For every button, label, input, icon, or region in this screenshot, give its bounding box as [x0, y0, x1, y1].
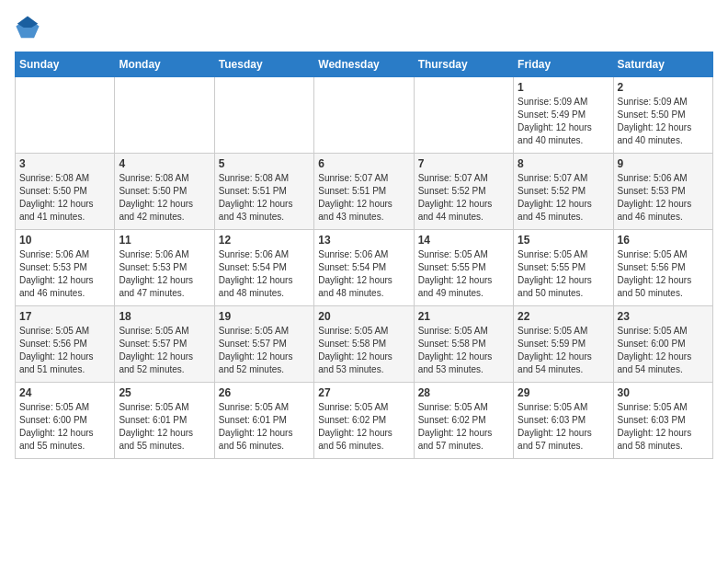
day-header-saturday: Saturday — [613, 52, 712, 77]
day-info: Sunrise: 5:05 AM Sunset: 5:57 PM Dayligh… — [219, 325, 310, 376]
day-number: 23 — [618, 310, 709, 323]
day-number: 7 — [418, 157, 509, 170]
day-header-thursday: Thursday — [414, 52, 513, 77]
day-info: Sunrise: 5:05 AM Sunset: 6:02 PM Dayligh… — [318, 401, 409, 453]
day-header-wednesday: Wednesday — [314, 52, 414, 77]
day-number: 12 — [219, 234, 310, 247]
day-info: Sunrise: 5:09 AM Sunset: 5:50 PM Dayligh… — [618, 96, 709, 147]
day-cell: 12Sunrise: 5:06 AM Sunset: 5:54 PM Dayli… — [214, 230, 313, 306]
header-row: SundayMondayTuesdayWednesdayThursdayFrid… — [16, 52, 713, 77]
day-cell: 10Sunrise: 5:06 AM Sunset: 5:53 PM Dayli… — [16, 230, 115, 306]
day-info: Sunrise: 5:05 AM Sunset: 5:59 PM Dayligh… — [518, 325, 609, 376]
day-info: Sunrise: 5:07 AM Sunset: 5:52 PM Dayligh… — [418, 172, 509, 224]
day-number: 20 — [318, 310, 409, 323]
logo-icon — [15, 15, 40, 40]
day-cell — [214, 77, 313, 154]
day-info: Sunrise: 5:07 AM Sunset: 5:51 PM Dayligh… — [318, 172, 409, 224]
day-cell: 9Sunrise: 5:06 AM Sunset: 5:53 PM Daylig… — [613, 154, 712, 230]
logo — [15, 15, 44, 40]
day-cell: 20Sunrise: 5:05 AM Sunset: 5:58 PM Dayli… — [314, 306, 414, 383]
day-number: 30 — [618, 386, 709, 399]
day-info: Sunrise: 5:05 AM Sunset: 6:03 PM Dayligh… — [518, 401, 609, 453]
day-cell: 11Sunrise: 5:06 AM Sunset: 5:53 PM Dayli… — [115, 230, 214, 306]
day-cell: 13Sunrise: 5:06 AM Sunset: 5:54 PM Dayli… — [314, 230, 414, 306]
day-cell: 6Sunrise: 5:07 AM Sunset: 5:51 PM Daylig… — [314, 154, 414, 230]
week-row-5: 24Sunrise: 5:05 AM Sunset: 6:00 PM Dayli… — [16, 383, 713, 459]
day-number: 24 — [19, 386, 110, 399]
day-cell: 22Sunrise: 5:05 AM Sunset: 5:59 PM Dayli… — [514, 306, 613, 383]
day-cell: 1Sunrise: 5:09 AM Sunset: 5:49 PM Daylig… — [514, 77, 613, 154]
day-number: 4 — [119, 157, 210, 170]
day-cell — [16, 77, 115, 154]
day-info: Sunrise: 5:05 AM Sunset: 6:00 PM Dayligh… — [618, 325, 709, 376]
day-info: Sunrise: 5:08 AM Sunset: 5:51 PM Dayligh… — [219, 172, 310, 224]
day-cell — [314, 77, 414, 154]
day-cell: 26Sunrise: 5:05 AM Sunset: 6:01 PM Dayli… — [214, 383, 313, 459]
day-cell: 17Sunrise: 5:05 AM Sunset: 5:56 PM Dayli… — [16, 306, 115, 383]
day-info: Sunrise: 5:06 AM Sunset: 5:53 PM Dayligh… — [618, 172, 709, 224]
day-number: 29 — [518, 386, 609, 399]
day-number: 15 — [518, 234, 609, 247]
day-info: Sunrise: 5:06 AM Sunset: 5:53 PM Dayligh… — [119, 248, 210, 300]
day-info: Sunrise: 5:05 AM Sunset: 5:58 PM Dayligh… — [318, 325, 409, 376]
page-header — [15, 15, 713, 40]
day-cell: 30Sunrise: 5:05 AM Sunset: 6:03 PM Dayli… — [613, 383, 712, 459]
week-row-2: 3Sunrise: 5:08 AM Sunset: 5:50 PM Daylig… — [16, 154, 713, 230]
day-cell — [414, 77, 513, 154]
week-row-1: 1Sunrise: 5:09 AM Sunset: 5:49 PM Daylig… — [16, 77, 713, 154]
day-number: 27 — [318, 386, 409, 399]
day-cell: 15Sunrise: 5:05 AM Sunset: 5:55 PM Dayli… — [514, 230, 613, 306]
day-number: 5 — [219, 157, 310, 170]
day-cell: 25Sunrise: 5:05 AM Sunset: 6:01 PM Dayli… — [115, 383, 214, 459]
day-number: 13 — [318, 234, 409, 247]
day-cell: 14Sunrise: 5:05 AM Sunset: 5:55 PM Dayli… — [414, 230, 513, 306]
day-cell: 24Sunrise: 5:05 AM Sunset: 6:00 PM Dayli… — [16, 383, 115, 459]
week-row-3: 10Sunrise: 5:06 AM Sunset: 5:53 PM Dayli… — [16, 230, 713, 306]
day-cell: 7Sunrise: 5:07 AM Sunset: 5:52 PM Daylig… — [414, 154, 513, 230]
day-cell: 8Sunrise: 5:07 AM Sunset: 5:52 PM Daylig… — [514, 154, 613, 230]
day-info: Sunrise: 5:05 AM Sunset: 6:01 PM Dayligh… — [119, 401, 210, 453]
day-info: Sunrise: 5:05 AM Sunset: 5:56 PM Dayligh… — [618, 248, 709, 300]
day-info: Sunrise: 5:05 AM Sunset: 6:02 PM Dayligh… — [418, 401, 509, 453]
day-info: Sunrise: 5:08 AM Sunset: 5:50 PM Dayligh… — [19, 172, 110, 224]
week-row-4: 17Sunrise: 5:05 AM Sunset: 5:56 PM Dayli… — [16, 306, 713, 383]
day-number: 18 — [119, 310, 210, 323]
day-info: Sunrise: 5:06 AM Sunset: 5:54 PM Dayligh… — [318, 248, 409, 300]
day-number: 6 — [318, 157, 409, 170]
day-info: Sunrise: 5:05 AM Sunset: 5:56 PM Dayligh… — [19, 325, 110, 376]
day-number: 10 — [19, 234, 110, 247]
day-header-tuesday: Tuesday — [214, 52, 313, 77]
day-header-friday: Friday — [514, 52, 613, 77]
day-cell: 16Sunrise: 5:05 AM Sunset: 5:56 PM Dayli… — [613, 230, 712, 306]
day-header-monday: Monday — [115, 52, 214, 77]
day-cell: 28Sunrise: 5:05 AM Sunset: 6:02 PM Dayli… — [414, 383, 513, 459]
day-cell: 5Sunrise: 5:08 AM Sunset: 5:51 PM Daylig… — [214, 154, 313, 230]
day-cell: 29Sunrise: 5:05 AM Sunset: 6:03 PM Dayli… — [514, 383, 613, 459]
day-cell: 23Sunrise: 5:05 AM Sunset: 6:00 PM Dayli… — [613, 306, 712, 383]
day-number: 8 — [518, 157, 609, 170]
day-number: 3 — [19, 157, 110, 170]
day-number: 11 — [119, 234, 210, 247]
day-cell: 19Sunrise: 5:05 AM Sunset: 5:57 PM Dayli… — [214, 306, 313, 383]
day-number: 21 — [418, 310, 509, 323]
day-info: Sunrise: 5:05 AM Sunset: 6:00 PM Dayligh… — [19, 401, 110, 453]
day-number: 26 — [219, 386, 310, 399]
day-cell: 2Sunrise: 5:09 AM Sunset: 5:50 PM Daylig… — [613, 77, 712, 154]
day-info: Sunrise: 5:06 AM Sunset: 5:54 PM Dayligh… — [219, 248, 310, 300]
day-number: 1 — [518, 81, 609, 94]
day-number: 19 — [219, 310, 310, 323]
day-info: Sunrise: 5:07 AM Sunset: 5:52 PM Dayligh… — [518, 172, 609, 224]
day-info: Sunrise: 5:06 AM Sunset: 5:53 PM Dayligh… — [19, 248, 110, 300]
day-number: 9 — [618, 157, 709, 170]
day-cell: 4Sunrise: 5:08 AM Sunset: 5:50 PM Daylig… — [115, 154, 214, 230]
day-header-sunday: Sunday — [16, 52, 115, 77]
day-info: Sunrise: 5:05 AM Sunset: 5:55 PM Dayligh… — [518, 248, 609, 300]
day-info: Sunrise: 5:05 AM Sunset: 5:57 PM Dayligh… — [119, 325, 210, 376]
day-number: 28 — [418, 386, 509, 399]
day-number: 22 — [518, 310, 609, 323]
day-cell: 21Sunrise: 5:05 AM Sunset: 5:58 PM Dayli… — [414, 306, 513, 383]
day-number: 2 — [618, 81, 709, 94]
calendar-table: SundayMondayTuesdayWednesdayThursdayFrid… — [15, 52, 713, 459]
day-number: 17 — [19, 310, 110, 323]
day-number: 16 — [618, 234, 709, 247]
